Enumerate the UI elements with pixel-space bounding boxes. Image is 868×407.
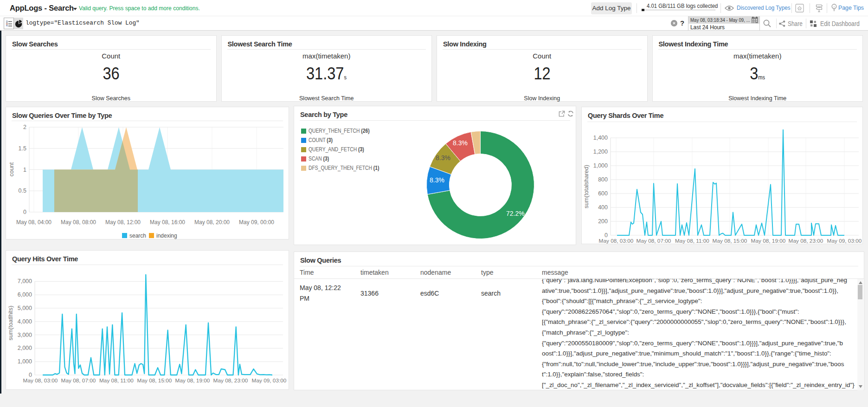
svg-text:200: 200 xyxy=(598,218,608,225)
svg-text:May 09, 03:00: May 09, 03:00 xyxy=(827,238,862,244)
svg-text:1: 1 xyxy=(23,167,26,173)
svg-text:6,000: 6,000 xyxy=(18,291,32,298)
svg-text:sum(toatlhits): sum(toatlhits) xyxy=(7,305,14,340)
svg-text:May 08, 08:00: May 08, 08:00 xyxy=(61,219,96,226)
svg-text:1,000: 1,000 xyxy=(18,358,32,365)
svg-text:May 08, 19:00: May 08, 19:00 xyxy=(751,238,786,244)
svg-text:1,200: 1,200 xyxy=(593,149,608,155)
svg-text:8.3%: 8.3% xyxy=(430,176,444,184)
svg-text:May 08, 07:00: May 08, 07:00 xyxy=(637,238,671,244)
svg-text:2: 2 xyxy=(23,124,26,130)
svg-text:400: 400 xyxy=(598,204,608,211)
svg-text:1.5: 1.5 xyxy=(19,145,26,152)
svg-text:May 08, 15:00: May 08, 15:00 xyxy=(713,238,747,244)
svg-text:8.3%: 8.3% xyxy=(453,139,468,147)
svg-text:May 08, 04:00: May 08, 04:00 xyxy=(16,219,51,226)
svg-text:May 08, 07:00: May 08, 07:00 xyxy=(61,377,96,384)
svg-text:72.2%: 72.2% xyxy=(506,210,525,217)
svg-text:May 08, 11:00: May 08, 11:00 xyxy=(675,238,709,244)
svg-text:600: 600 xyxy=(598,190,608,197)
svg-text:0.5: 0.5 xyxy=(19,187,26,194)
svg-text:800: 800 xyxy=(598,176,608,183)
svg-text:7,000: 7,000 xyxy=(18,278,32,284)
svg-text:count: count xyxy=(8,162,15,176)
svg-text:sum(totalshared): sum(totalshared) xyxy=(583,165,590,208)
svg-text:0: 0 xyxy=(23,209,26,215)
svg-text:8.3%: 8.3% xyxy=(436,154,450,162)
svg-text:3,000: 3,000 xyxy=(18,332,32,338)
svg-text:May 08, 15:00: May 08, 15:00 xyxy=(137,377,172,384)
svg-text:May 08, 03:00: May 08, 03:00 xyxy=(599,238,634,244)
svg-text:1,400: 1,400 xyxy=(593,135,608,141)
svg-text:1,000: 1,000 xyxy=(593,162,608,169)
svg-text:May 08, 20:00: May 08, 20:00 xyxy=(194,219,230,226)
svg-text:May 09, 03:00: May 09, 03:00 xyxy=(252,377,287,384)
svg-text:May 08, 12:00: May 08, 12:00 xyxy=(105,219,141,226)
svg-text:May 08, 16:00: May 08, 16:00 xyxy=(150,219,185,226)
svg-text:May 08, 11:00: May 08, 11:00 xyxy=(99,377,134,384)
svg-text:May 08, 23:00: May 08, 23:00 xyxy=(213,377,248,384)
svg-text:indexing: indexing xyxy=(156,233,177,239)
svg-text:4,000: 4,000 xyxy=(18,318,32,325)
svg-text:May 08, 23:00: May 08, 23:00 xyxy=(789,238,823,244)
svg-text:5,000: 5,000 xyxy=(18,305,32,311)
svg-text:May 09, 00:00: May 09, 00:00 xyxy=(239,219,274,226)
svg-text:May 08, 03:00: May 08, 03:00 xyxy=(23,377,58,384)
svg-text:2,000: 2,000 xyxy=(18,345,32,351)
svg-text:search: search xyxy=(129,233,146,239)
svg-text:May 08, 19:00: May 08, 19:00 xyxy=(175,377,210,384)
